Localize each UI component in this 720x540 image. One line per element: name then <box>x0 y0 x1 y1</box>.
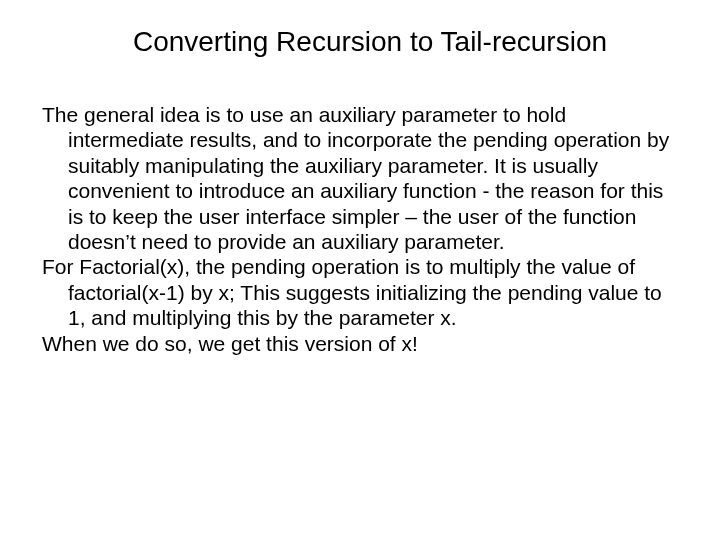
slide-title: Converting Recursion to Tail-recursion <box>42 26 678 58</box>
slide-body: The general idea is to use an auxiliary … <box>42 102 678 356</box>
paragraph-1: The general idea is to use an auxiliary … <box>42 102 678 254</box>
paragraph-2: For Factorial(x), the pending operation … <box>42 254 678 330</box>
slide: Converting Recursion to Tail-recursion T… <box>0 0 720 540</box>
paragraph-3: When we do so, we get this version of x! <box>42 331 678 356</box>
